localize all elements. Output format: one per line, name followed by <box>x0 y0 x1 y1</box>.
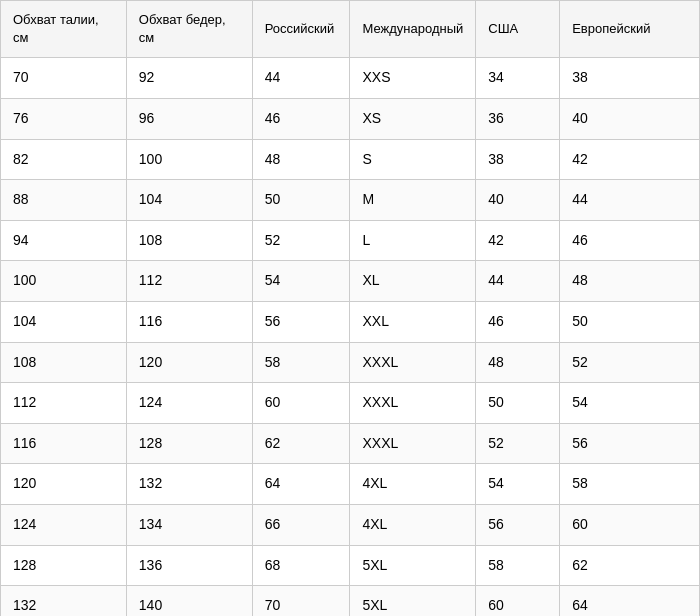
cell-r5-c2: 54 <box>252 261 350 302</box>
cell-r3-c5: 44 <box>560 180 700 221</box>
cell-r12-c3: 5XL <box>350 545 476 586</box>
cell-r11-c0: 124 <box>1 504 127 545</box>
cell-r11-c3: 4XL <box>350 504 476 545</box>
cell-r12-c2: 68 <box>252 545 350 586</box>
cell-r10-c5: 58 <box>560 464 700 505</box>
cell-r13-c4: 60 <box>476 586 560 616</box>
cell-r5-c4: 44 <box>476 261 560 302</box>
table-row: 9410852L4246 <box>1 220 700 261</box>
cell-r8-c5: 54 <box>560 383 700 424</box>
cell-r11-c5: 60 <box>560 504 700 545</box>
cell-r7-c0: 108 <box>1 342 127 383</box>
cell-r7-c1: 120 <box>126 342 252 383</box>
cell-r0-c1: 92 <box>126 58 252 99</box>
table-header-row: Обхват талии, смОбхват бедер, смРоссийск… <box>1 1 700 58</box>
cell-r4-c1: 108 <box>126 220 252 261</box>
cell-r6-c4: 46 <box>476 301 560 342</box>
cell-r6-c1: 116 <box>126 301 252 342</box>
cell-r3-c1: 104 <box>126 180 252 221</box>
cell-r10-c4: 54 <box>476 464 560 505</box>
table-row: 11612862XXXL5256 <box>1 423 700 464</box>
cell-r11-c4: 56 <box>476 504 560 545</box>
cell-r3-c2: 50 <box>252 180 350 221</box>
table-row: 8810450M4044 <box>1 180 700 221</box>
cell-r12-c4: 58 <box>476 545 560 586</box>
size-chart-container: Обхват талии, смОбхват бедер, смРоссийск… <box>0 0 700 616</box>
table-row: 10011254XL4448 <box>1 261 700 302</box>
cell-r10-c0: 120 <box>1 464 127 505</box>
cell-r0-c5: 38 <box>560 58 700 99</box>
cell-r8-c4: 50 <box>476 383 560 424</box>
header-col-0: Обхват талии, см <box>1 1 127 58</box>
header-col-5: Европейский <box>560 1 700 58</box>
cell-r0-c2: 44 <box>252 58 350 99</box>
cell-r4-c4: 42 <box>476 220 560 261</box>
cell-r1-c4: 36 <box>476 98 560 139</box>
header-col-2: Российский <box>252 1 350 58</box>
cell-r10-c3: 4XL <box>350 464 476 505</box>
cell-r1-c3: XS <box>350 98 476 139</box>
cell-r7-c2: 58 <box>252 342 350 383</box>
table-row: 128136685XL5862 <box>1 545 700 586</box>
cell-r0-c0: 70 <box>1 58 127 99</box>
cell-r1-c0: 76 <box>1 98 127 139</box>
cell-r8-c2: 60 <box>252 383 350 424</box>
cell-r8-c0: 112 <box>1 383 127 424</box>
cell-r9-c2: 62 <box>252 423 350 464</box>
cell-r1-c1: 96 <box>126 98 252 139</box>
cell-r10-c2: 64 <box>252 464 350 505</box>
cell-r13-c5: 64 <box>560 586 700 616</box>
cell-r9-c5: 56 <box>560 423 700 464</box>
cell-r8-c3: XXXL <box>350 383 476 424</box>
cell-r6-c0: 104 <box>1 301 127 342</box>
cell-r4-c5: 46 <box>560 220 700 261</box>
cell-r10-c1: 132 <box>126 464 252 505</box>
cell-r2-c2: 48 <box>252 139 350 180</box>
cell-r1-c5: 40 <box>560 98 700 139</box>
cell-r11-c2: 66 <box>252 504 350 545</box>
cell-r5-c0: 100 <box>1 261 127 302</box>
table-row: 10411656XXL4650 <box>1 301 700 342</box>
cell-r12-c0: 128 <box>1 545 127 586</box>
cell-r13-c3: 5XL <box>350 586 476 616</box>
cell-r0-c3: XXS <box>350 58 476 99</box>
header-col-1: Обхват бедер, см <box>126 1 252 58</box>
cell-r5-c3: XL <box>350 261 476 302</box>
cell-r6-c3: XXL <box>350 301 476 342</box>
table-row: 769646XS3640 <box>1 98 700 139</box>
cell-r4-c2: 52 <box>252 220 350 261</box>
cell-r11-c1: 134 <box>126 504 252 545</box>
header-col-3: Международный <box>350 1 476 58</box>
cell-r9-c3: XXXL <box>350 423 476 464</box>
header-col-4: США <box>476 1 560 58</box>
cell-r5-c5: 48 <box>560 261 700 302</box>
table-row: 11212460XXXL5054 <box>1 383 700 424</box>
cell-r3-c0: 88 <box>1 180 127 221</box>
cell-r7-c5: 52 <box>560 342 700 383</box>
cell-r9-c1: 128 <box>126 423 252 464</box>
cell-r3-c4: 40 <box>476 180 560 221</box>
cell-r3-c3: M <box>350 180 476 221</box>
size-chart-table: Обхват талии, смОбхват бедер, смРоссийск… <box>0 0 700 616</box>
cell-r9-c4: 52 <box>476 423 560 464</box>
cell-r2-c1: 100 <box>126 139 252 180</box>
cell-r2-c3: S <box>350 139 476 180</box>
table-row: 120132644XL5458 <box>1 464 700 505</box>
cell-r13-c2: 70 <box>252 586 350 616</box>
cell-r9-c0: 116 <box>1 423 127 464</box>
cell-r7-c3: XXXL <box>350 342 476 383</box>
table-row: 124134664XL5660 <box>1 504 700 545</box>
cell-r0-c4: 34 <box>476 58 560 99</box>
cell-r2-c5: 42 <box>560 139 700 180</box>
table-row: 709244XXS3438 <box>1 58 700 99</box>
cell-r4-c0: 94 <box>1 220 127 261</box>
cell-r7-c4: 48 <box>476 342 560 383</box>
cell-r6-c2: 56 <box>252 301 350 342</box>
cell-r13-c1: 140 <box>126 586 252 616</box>
cell-r2-c4: 38 <box>476 139 560 180</box>
table-row: 10812058XXXL4852 <box>1 342 700 383</box>
cell-r8-c1: 124 <box>126 383 252 424</box>
cell-r5-c1: 112 <box>126 261 252 302</box>
cell-r12-c1: 136 <box>126 545 252 586</box>
cell-r12-c5: 62 <box>560 545 700 586</box>
